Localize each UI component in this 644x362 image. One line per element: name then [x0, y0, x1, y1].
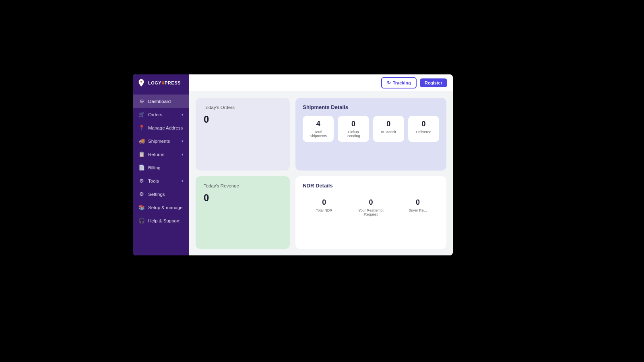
sidebar-item-label: Setup & manage — [148, 205, 183, 210]
shipments-details-card: Shipments Details 4 Total Shipments 0 Pi… — [295, 98, 446, 171]
sidebar: LOGYXPRESS ⊕ Dashboard 🛒 Orders ▾ 📍 Mana… — [133, 74, 189, 255]
todays-orders-card: Today's Orders 0 — [196, 98, 290, 171]
revenue-card-value: 0 — [204, 192, 282, 204]
settings-icon: ⚙ — [138, 191, 145, 197]
sidebar-nav: ⊕ Dashboard 🛒 Orders ▾ 📍 Manage Address … — [133, 91, 189, 230]
todays-revenue-card: Today's Revenue 0 — [196, 176, 290, 249]
sidebar-item-billing[interactable]: 📄 Billing — [133, 161, 189, 174]
chevron-down-icon: ▾ — [182, 113, 184, 117]
sidebar-item-label: Tools — [148, 179, 159, 183]
chevron-down-icon: ▾ — [182, 152, 184, 156]
register-button[interactable]: Register — [420, 78, 447, 87]
total-ndr-value: 0 — [322, 198, 326, 207]
sidebar-item-returns[interactable]: 📋 Returns ▾ — [133, 148, 189, 161]
total-shipments-value: 4 — [316, 120, 320, 128]
tools-icon: ⚙ — [138, 178, 145, 184]
in-transit-value: 0 — [386, 120, 390, 128]
sidebar-item-setup-manage[interactable]: 📚 Setup & manage — [133, 201, 189, 214]
stat-in-transit: 0 In-Transit — [373, 116, 404, 142]
shipments-icon: 🚚 — [138, 138, 145, 144]
billing-icon: 📄 — [138, 165, 145, 171]
stat-total-ndr: 0 Total NDR — [303, 194, 345, 220]
ndr-details-card: NDR Details 0 Total NDR 0 Your Reattempt… — [295, 176, 446, 249]
pickup-pending-value: 0 — [351, 120, 355, 128]
shipments-stats-row: 4 Total Shipments 0 Pickup Pending 0 In-… — [303, 116, 439, 142]
sidebar-item-label: Orders — [148, 112, 162, 117]
sidebar-item-tools[interactable]: ⚙ Tools ▾ — [133, 174, 189, 187]
total-ndr-label: Total NDR — [316, 208, 332, 212]
reattempt-value: 0 — [369, 198, 373, 207]
total-shipments-label: Total Shipments — [308, 130, 328, 138]
sidebar-item-label: Settings — [148, 192, 165, 197]
stat-total-shipments: 4 Total Shipments — [303, 116, 334, 142]
buyer-re-value: 0 — [416, 198, 420, 207]
revenue-card-title: Today's Revenue — [204, 183, 282, 188]
logo-icon — [137, 78, 146, 87]
sidebar-item-label: Dashboard — [148, 99, 171, 104]
stat-delivered: 0 Delivered — [408, 116, 439, 142]
stat-pickup-pending: 0 Pickup Pending — [338, 116, 369, 142]
sidebar-item-label: Manage Address — [148, 125, 183, 130]
tracking-label: Tracking — [393, 80, 411, 85]
dashboard-content: Today's Orders 0 Shipments Details 4 Tot… — [189, 91, 453, 255]
tracking-button[interactable]: ↻ Tracking — [381, 77, 417, 88]
logo: LOGYXPRESS — [133, 74, 189, 91]
logo-text: LOGYXPRESS — [148, 80, 181, 85]
sidebar-item-settings[interactable]: ⚙ Settings — [133, 187, 189, 201]
shipments-details-title: Shipments Details — [303, 104, 439, 110]
dashboard-icon: ⊕ — [138, 98, 145, 104]
pickup-pending-label: Pickup Pending — [343, 130, 363, 138]
returns-icon: 📋 — [138, 151, 145, 157]
stat-buyer-re: 0 Buyer Re... — [396, 194, 439, 220]
buyer-re-label: Buyer Re... — [409, 208, 427, 212]
chevron-down-icon: ▾ — [182, 179, 184, 183]
register-label: Register — [425, 80, 442, 85]
sidebar-item-manage-address[interactable]: 📍 Manage Address — [133, 121, 189, 134]
ndr-details-title: NDR Details — [303, 183, 439, 189]
sidebar-item-label: Help & Support — [148, 218, 180, 223]
ndr-stats-row: 0 Total NDR 0 Your Reattempt Request 0 B… — [303, 194, 439, 220]
chevron-down-icon: ▾ — [182, 139, 184, 143]
sidebar-item-orders[interactable]: 🛒 Orders ▾ — [133, 108, 189, 121]
sidebar-item-label: Billing — [148, 165, 161, 170]
refresh-icon: ↻ — [387, 80, 391, 86]
sidebar-item-dashboard[interactable]: ⊕ Dashboard — [133, 95, 189, 108]
stat-reattempt: 0 Your Reattempt Request — [349, 194, 392, 220]
address-icon: 📍 — [138, 125, 145, 131]
header: ↻ Tracking Register — [189, 74, 453, 91]
sidebar-item-shipments[interactable]: 🚚 Shipments ▾ — [133, 134, 189, 148]
sidebar-item-label: Returns — [148, 152, 164, 157]
main-content: ↻ Tracking Register Today's Orders 0 Shi… — [189, 74, 453, 255]
sidebar-item-help-support[interactable]: 🎧 Help & Support — [133, 214, 189, 227]
reattempt-label: Your Reattempt Request — [355, 208, 386, 216]
delivered-value: 0 — [421, 120, 425, 128]
in-transit-label: In-Transit — [381, 130, 396, 134]
orders-card-value: 0 — [204, 114, 282, 125]
orders-card-title: Today's Orders — [204, 105, 282, 110]
orders-icon: 🛒 — [138, 111, 145, 117]
delivered-label: Delivered — [416, 130, 431, 134]
help-icon: 🎧 — [138, 218, 145, 224]
sidebar-item-label: Shipments — [148, 139, 170, 144]
setup-icon: 📚 — [138, 204, 145, 210]
